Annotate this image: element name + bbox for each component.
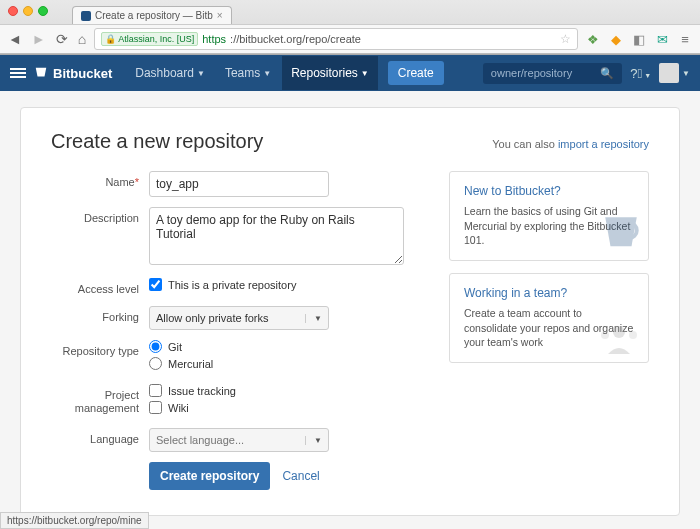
- ext-icon-3[interactable]: ◧: [632, 32, 646, 46]
- nav-arrows: ◄ ► ⟳ ⌂: [8, 31, 86, 47]
- bookmark-star-icon[interactable]: ☆: [560, 32, 571, 46]
- nav-right: owner/repository 🔍 ?⃝▼ ▼: [483, 63, 690, 84]
- radio-mercurial-label: Mercurial: [168, 358, 213, 370]
- team-graphic-icon: [596, 322, 642, 356]
- window-minimize-button[interactable]: [23, 6, 33, 16]
- issue-tracking-checkbox[interactable]: [149, 384, 162, 397]
- row-pm: Project management Issue tracking Wiki: [51, 384, 429, 418]
- label-repo-type: Repository type: [51, 340, 149, 358]
- nav-hamburger-icon[interactable]: [10, 68, 26, 78]
- app-nav: Bitbucket Dashboard▼ Teams▼ Repositories…: [0, 55, 700, 91]
- user-menu[interactable]: ▼: [659, 63, 690, 83]
- bucket-graphic-icon: [600, 212, 642, 254]
- import-prefix: You can also: [492, 138, 558, 150]
- import-link[interactable]: import a repository: [558, 138, 649, 150]
- caret-icon: ▼: [682, 69, 690, 78]
- hamburger-menu-icon[interactable]: ≡: [678, 32, 692, 46]
- cancel-link[interactable]: Cancel: [282, 469, 319, 483]
- search-box[interactable]: owner/repository 🔍: [483, 63, 622, 84]
- label-forking: Forking: [51, 306, 149, 324]
- access-checkbox-line[interactable]: This is a private repository: [149, 278, 429, 291]
- ext-icon-2[interactable]: ◆: [609, 32, 623, 46]
- nav-repositories[interactable]: Repositories▼: [282, 56, 378, 90]
- row-repo-type: Repository type Git Mercurial: [51, 340, 429, 374]
- row-access: Access level This is a private repositor…: [51, 278, 429, 296]
- chevron-down-icon: ▼: [305, 436, 322, 445]
- svg-point-1: [613, 326, 625, 338]
- nav-repositories-label: Repositories: [291, 66, 358, 80]
- row-language: Language Select language... ▼: [51, 428, 429, 452]
- language-placeholder: Select language...: [156, 434, 244, 446]
- status-bar: https://bitbucket.org/repo/mine: [0, 512, 149, 529]
- private-checkbox[interactable]: [149, 278, 162, 291]
- browser-chrome: Create a repository — Bitb × ◄ ► ⟳ ⌂ 🔒 A…: [0, 0, 700, 55]
- content-card: Create a new repository You can also imp…: [20, 107, 680, 516]
- row-description: Description: [51, 207, 429, 268]
- language-select[interactable]: Select language... ▼: [149, 428, 329, 452]
- wiki-label: Wiki: [168, 402, 189, 414]
- description-input[interactable]: [149, 207, 404, 265]
- tab-strip: Create a repository — Bitb ×: [0, 2, 700, 24]
- radio-mercurial-line[interactable]: Mercurial: [149, 357, 429, 370]
- caret-icon: ▼: [263, 69, 271, 78]
- browser-tab[interactable]: Create a repository — Bitb ×: [72, 6, 232, 24]
- nav-create-button[interactable]: Create: [388, 61, 444, 85]
- import-hint: You can also import a repository: [492, 138, 649, 150]
- reload-button[interactable]: ⟳: [56, 31, 68, 47]
- layout: Name* Description Access level This is a…: [51, 171, 649, 490]
- back-button[interactable]: ◄: [8, 31, 22, 47]
- nav-dashboard[interactable]: Dashboard▼: [126, 56, 214, 90]
- window-zoom-button[interactable]: [38, 6, 48, 16]
- private-checkbox-label: This is a private repository: [168, 279, 296, 291]
- ext-icon-4[interactable]: ✉: [655, 32, 669, 46]
- ext-icon-1[interactable]: ❖: [586, 32, 600, 46]
- lock-badge: 🔒 Atlassian, Inc. [US]: [101, 32, 198, 46]
- page-title: Create a new repository: [51, 130, 263, 153]
- check-wiki-line[interactable]: Wiki: [149, 401, 429, 414]
- label-description: Description: [51, 207, 149, 225]
- box-new-title[interactable]: New to Bitbucket?: [464, 184, 634, 198]
- radio-git-line[interactable]: Git: [149, 340, 429, 353]
- box-working-team: Working in a team? Create a team account…: [449, 273, 649, 363]
- box-team-title[interactable]: Working in a team?: [464, 286, 634, 300]
- url-path: ://bitbucket.org/repo/create: [230, 33, 361, 45]
- radio-git[interactable]: [149, 340, 162, 353]
- wiki-checkbox[interactable]: [149, 401, 162, 414]
- tab-title: Create a repository — Bitb: [95, 10, 213, 21]
- browser-toolbar: ◄ ► ⟳ ⌂ 🔒 Atlassian, Inc. [US] https://b…: [0, 24, 700, 54]
- chevron-down-icon: ▼: [305, 314, 322, 323]
- nav-teams[interactable]: Teams▼: [216, 56, 280, 90]
- caret-icon: ▼: [197, 69, 205, 78]
- brand[interactable]: Bitbucket: [34, 66, 112, 81]
- label-pm: Project management: [51, 384, 149, 415]
- nav-dashboard-label: Dashboard: [135, 66, 194, 80]
- create-repository-button[interactable]: Create repository: [149, 462, 270, 490]
- label-access: Access level: [51, 278, 149, 296]
- address-bar[interactable]: 🔒 Atlassian, Inc. [US] https://bitbucket…: [94, 28, 578, 50]
- form: Name* Description Access level This is a…: [51, 171, 429, 490]
- issue-tracking-label: Issue tracking: [168, 385, 236, 397]
- search-placeholder: owner/repository: [491, 67, 572, 79]
- help-icon[interactable]: ?⃝▼: [630, 66, 651, 81]
- radio-git-label: Git: [168, 341, 182, 353]
- sidebar: New to Bitbucket? Learn the basics of us…: [449, 171, 649, 490]
- tab-close-icon[interactable]: ×: [217, 10, 223, 21]
- name-input[interactable]: [149, 171, 329, 197]
- forking-select[interactable]: Allow only private forks ▼: [149, 306, 329, 330]
- caret-icon: ▼: [361, 69, 369, 78]
- window-close-button[interactable]: [8, 6, 18, 16]
- button-row: Create repository Cancel: [149, 462, 429, 490]
- forward-button[interactable]: ►: [32, 31, 46, 47]
- extension-icons: ❖ ◆ ◧ ✉ ≡: [586, 32, 692, 46]
- label-name: Name*: [51, 171, 149, 189]
- row-name: Name*: [51, 171, 429, 197]
- avatar: [659, 63, 679, 83]
- lock-icon: 🔒: [105, 34, 116, 44]
- ssl-org: Atlassian, Inc. [US]: [118, 34, 194, 44]
- box-new-to-bitbucket: New to Bitbucket? Learn the basics of us…: [449, 171, 649, 261]
- svg-point-3: [629, 331, 637, 339]
- radio-mercurial[interactable]: [149, 357, 162, 370]
- label-language: Language: [51, 428, 149, 446]
- check-issue-line[interactable]: Issue tracking: [149, 384, 429, 397]
- home-button[interactable]: ⌂: [78, 31, 86, 47]
